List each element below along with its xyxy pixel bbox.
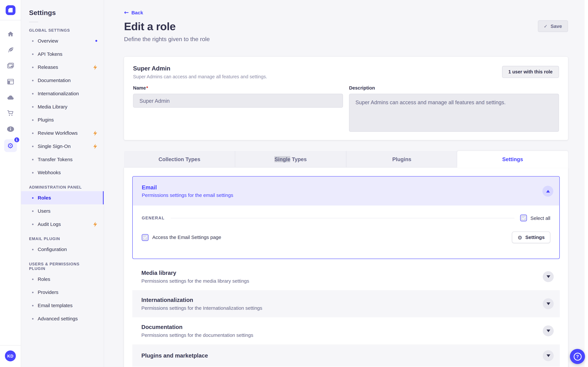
sidebar-item-single-sign-on[interactable]: Single Sign-On: [21, 140, 104, 153]
bullet-icon: [32, 80, 34, 81]
bullet-icon: [32, 159, 34, 160]
strapi-logo-mark-shade: [8, 10, 10, 12]
subnav-rule: [29, 22, 38, 22]
sidebar-item-label: Internationalization: [38, 91, 79, 96]
back-link[interactable]: ← Back: [124, 10, 143, 16]
accordion-row-media-library[interactable]: Media library Permissions settings for t…: [132, 263, 560, 290]
sidebar-item-providers[interactable]: Providers: [21, 286, 104, 299]
subnav-section-header: EMAIL PLUGIN: [29, 236, 95, 241]
sidebar-item-internationalization[interactable]: Internationalization: [21, 87, 104, 100]
sidebar-item-label: Configuration: [38, 247, 67, 252]
select-all-checkbox[interactable]: [520, 215, 527, 221]
sidebar-item-releases[interactable]: Releases: [21, 61, 104, 74]
subnav-section-header: ADMINISTRATION PANEL: [29, 185, 95, 189]
sidebar-item-media-library[interactable]: Media Library: [21, 100, 104, 113]
chevron-down-icon: [546, 354, 550, 357]
permission-checkbox[interactable]: [142, 234, 149, 241]
accordion-row-documentation[interactable]: Documentation Permissions settings for t…: [132, 317, 560, 344]
strapi-logo[interactable]: [5, 5, 15, 15]
content-type-builder-icon[interactable]: [6, 45, 15, 54]
sidebar-item-label: Overview: [38, 38, 58, 44]
email-accordion-subtitle: Permissions settings for the email setti…: [142, 192, 550, 198]
sidebar-item-label: Roles: [38, 195, 51, 201]
media-library-icon[interactable]: [6, 61, 15, 70]
sidebar-item-configuration[interactable]: Configuration: [21, 243, 104, 256]
gear-icon: ⚙: [518, 235, 522, 240]
subnav-sections: GLOBAL SETTINGSOverviewAPI TokensRelease…: [21, 28, 104, 325]
users-with-role-button[interactable]: 1 user with this role: [502, 66, 559, 78]
cloud-icon[interactable]: [6, 93, 15, 102]
sidebar-item-plugins[interactable]: Plugins: [21, 113, 104, 126]
bullet-icon: [32, 40, 34, 42]
sidebar-item-review-workflows[interactable]: Review Workflows: [21, 126, 104, 140]
sidebar-item-documentation[interactable]: Documentation: [21, 74, 104, 87]
general-section-label: GENERAL: [142, 216, 165, 220]
permission-settings-button[interactable]: ⚙ Settings: [512, 232, 550, 243]
info-icon[interactable]: [6, 125, 15, 133]
bullet-icon: [32, 224, 34, 225]
main-nav-rail: ⚙ 1 KD: [0, 0, 21, 367]
name-field-label: Name*: [133, 85, 343, 91]
email-accordion-header[interactable]: Email Permissions settings for the email…: [133, 176, 559, 206]
rail-divider: [0, 20, 21, 20]
sidebar-item-email-templates[interactable]: Email templates: [21, 299, 104, 312]
check-icon: ✓: [544, 24, 547, 29]
save-button[interactable]: ✓ Save: [538, 20, 568, 32]
accordion-row-plugins-and-marketplace[interactable]: Plugins and marketplace: [132, 344, 560, 367]
notification-dot-icon: [95, 40, 97, 42]
expand-button[interactable]: [543, 298, 554, 309]
tab-settings[interactable]: Settings: [457, 151, 568, 167]
bullet-icon: [32, 93, 34, 94]
help-button[interactable]: ?: [570, 349, 585, 364]
tab-plugins[interactable]: Plugins: [346, 151, 457, 167]
email-accordion-body: GENERAL Select all Access the Email S: [133, 206, 559, 259]
accordion-row-subtitle: Permissions settings for the documentati…: [141, 333, 537, 338]
user-avatar[interactable]: KD: [5, 350, 16, 361]
settings-tab-panel: Email Permissions settings for the email…: [124, 167, 568, 367]
sidebar-item-users[interactable]: Users: [21, 204, 104, 217]
section-divider: [171, 218, 515, 218]
marketplace-cart-icon[interactable]: [6, 109, 15, 118]
sidebar-item-transfer-tokens[interactable]: Transfer Tokens: [21, 153, 104, 166]
bullet-icon: [32, 318, 34, 319]
subnav-section-header: USERS & PERMISSIONS PLUGIN: [29, 262, 95, 271]
page-scrollbar[interactable]: [585, 0, 588, 367]
chevron-down-icon: [546, 329, 550, 332]
subnav-title: Settings: [29, 9, 95, 17]
lightning-bolt-icon: [93, 222, 97, 227]
lightning-bolt-icon: [93, 143, 97, 149]
bullet-icon: [32, 292, 34, 293]
accordion-row-subtitle: Permissions settings for the Internation…: [141, 305, 537, 311]
accordion-row-internationalization[interactable]: Internationalization Permissions setting…: [132, 290, 560, 317]
sidebar-item-overview[interactable]: Overview: [21, 34, 104, 48]
sidebar-item-label: API Tokens: [38, 51, 62, 57]
settings-icon[interactable]: ⚙ 1: [4, 139, 17, 152]
description-textarea[interactable]: Super Admins can access and manage all f…: [349, 94, 559, 132]
permission-label: Access the Email Settings page: [152, 234, 221, 240]
content-manager-icon[interactable]: [6, 77, 15, 86]
expand-button[interactable]: [543, 271, 554, 282]
expand-button[interactable]: [543, 325, 554, 336]
bullet-icon: [32, 210, 34, 212]
accordion-list: Media library Permissions settings for t…: [132, 263, 560, 367]
bullet-icon: [32, 145, 34, 147]
home-icon[interactable]: [6, 30, 15, 39]
role-summary-card: Super Admin Super Admins can access and …: [124, 57, 568, 140]
tab-collection-types[interactable]: Collection Types: [124, 151, 235, 167]
name-input[interactable]: Super Admin: [133, 94, 343, 108]
tab-single-types[interactable]: Single Types: [235, 151, 346, 167]
sidebar-item-advanced-settings[interactable]: Advanced settings: [21, 312, 104, 325]
gear-glyph: ⚙: [7, 142, 14, 149]
sidebar-item-roles[interactable]: Roles: [21, 273, 104, 286]
sidebar-item-webhooks[interactable]: Webhooks: [21, 166, 104, 179]
sidebar-item-roles[interactable]: Roles: [21, 191, 104, 204]
bullet-icon: [32, 119, 34, 121]
sidebar-item-audit-logs[interactable]: Audit Logs: [21, 217, 104, 231]
sidebar-item-label: Media Library: [38, 104, 68, 110]
bullet-icon: [32, 172, 34, 173]
required-asterisk: *: [146, 85, 148, 91]
collapse-button[interactable]: [542, 186, 553, 197]
expand-button[interactable]: [543, 350, 554, 361]
email-accordion-title: Email: [142, 184, 550, 190]
sidebar-item-api-tokens[interactable]: API Tokens: [21, 48, 104, 61]
